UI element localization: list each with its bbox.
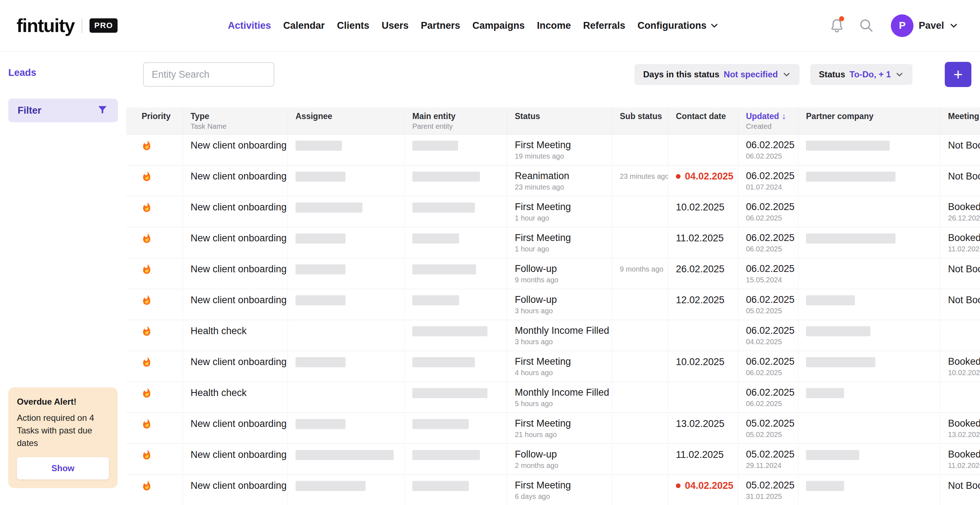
- cell-type: New client onboarding: [183, 134, 288, 165]
- cell-priority: [126, 289, 183, 320]
- nav-item-campaigns[interactable]: Campaigns: [473, 20, 525, 31]
- priority-high-icon: [141, 202, 183, 213]
- cell-updated: 06.02.2025 15.05.2024: [738, 258, 799, 289]
- updated-date: 06.02.2025: [746, 201, 798, 213]
- cell-partner-company: [799, 166, 940, 196]
- column-header[interactable]: Sub status: [612, 108, 668, 134]
- meeting-status-text: Not Booked: [948, 171, 980, 182]
- table-row[interactable]: Health check Monthly Income Filled 5 hou…: [126, 382, 980, 413]
- assignee-redacted: [296, 172, 345, 182]
- column-header[interactable]: Contact date: [668, 108, 738, 134]
- table-row[interactable]: New client onboarding First Meeting 4 ho…: [126, 351, 980, 382]
- table-row[interactable]: New client onboarding First Meeting 19 m…: [126, 134, 980, 166]
- nav-item-label: Referrals: [583, 20, 625, 31]
- table-row[interactable]: New client onboarding Reanimation 23 min…: [126, 166, 980, 196]
- nav-item-configurations[interactable]: Configurations: [637, 20, 719, 31]
- cell-updated: 06.02.2025 04.02.2025: [738, 320, 799, 351]
- cell-type: Health check: [183, 320, 288, 351]
- cell-main-entity: [405, 382, 507, 413]
- search-button[interactable]: [859, 18, 874, 33]
- contact-date-text: 12.02.2025: [676, 295, 724, 306]
- column-header[interactable]: Assignee: [288, 108, 405, 134]
- cell-type: New client onboarding: [183, 196, 288, 227]
- logo[interactable]: fintuity PRO: [16, 15, 118, 36]
- notifications-button[interactable]: [829, 18, 845, 33]
- contact-date-text: 11.02.2025: [676, 233, 724, 244]
- nav-item-label: Activities: [228, 20, 271, 31]
- table-row[interactable]: New client onboarding Follow-up 9 months…: [126, 258, 980, 289]
- status-ago: 9 months ago: [515, 276, 612, 284]
- cell-main-entity: [405, 196, 507, 227]
- add-task-button[interactable]: +: [945, 62, 971, 87]
- assignee-redacted: [296, 295, 345, 305]
- table-row[interactable]: Health check Monthly Income Filled 3 hou…: [126, 320, 980, 351]
- table-row[interactable]: New client onboarding Follow-up 2 months…: [126, 444, 980, 475]
- user-menu[interactable]: P Pavel: [891, 14, 958, 37]
- status-filter-value: To-Do, + 1: [850, 69, 891, 80]
- cell-priority: [126, 166, 183, 196]
- entity-search-input[interactable]: [143, 62, 274, 87]
- column-header[interactable]: Partner company: [799, 108, 940, 134]
- table-row[interactable]: New client onboarding Follow-up 3 hours …: [126, 289, 980, 320]
- cell-assignee: [288, 351, 405, 382]
- nav-item-referrals[interactable]: Referrals: [583, 20, 625, 31]
- entity-redacted: [412, 264, 476, 274]
- column-header[interactable]: Type Task Name: [183, 108, 288, 134]
- cell-meeting-status: Booked 13.02.2025: [940, 413, 980, 443]
- column-header[interactable]: Priority: [126, 108, 183, 134]
- nav-item-income[interactable]: Income: [537, 20, 571, 31]
- status-filter[interactable]: Status To-Do, + 1: [810, 64, 912, 85]
- cell-assignee: [288, 196, 405, 227]
- table-row[interactable]: New client onboarding First Meeting 21 h…: [126, 413, 980, 444]
- entity-redacted: [412, 233, 459, 244]
- table-row[interactable]: New client onboarding First Meeting 1 ho…: [126, 227, 980, 258]
- meeting-date: 11.02.2025: [948, 462, 980, 470]
- status-text: Monthly Income Filled: [515, 325, 612, 336]
- cell-main-entity: [405, 134, 507, 165]
- updated-date: 06.02.2025: [746, 325, 798, 336]
- partner-redacted: [806, 141, 890, 151]
- cell-type-text: New client onboarding: [191, 418, 288, 430]
- logo-text: fintuity: [16, 15, 75, 36]
- partner-redacted: [806, 326, 870, 336]
- filter-button[interactable]: Filter: [8, 99, 118, 122]
- status-text: Follow-up: [515, 263, 612, 274]
- status-ago: 3 hours ago: [515, 338, 612, 346]
- created-date: 06.02.2025: [746, 245, 798, 253]
- cell-meeting-status: Booked 10.02.2025: [940, 351, 980, 382]
- partner-redacted: [806, 233, 896, 244]
- show-overdue-button[interactable]: Show: [17, 457, 109, 480]
- created-date: 06.02.2025: [746, 400, 798, 408]
- cell-sub-status: [612, 134, 668, 165]
- column-sublabel: [806, 122, 940, 130]
- assignee-redacted: [296, 357, 345, 367]
- nav-item-users[interactable]: Users: [382, 20, 408, 31]
- nav-item-partners[interactable]: Partners: [421, 20, 460, 31]
- column-header[interactable]: Main entity Parent entity: [405, 108, 507, 134]
- column-header[interactable]: Updated ↓ Created: [738, 108, 799, 134]
- meeting-status-text: Not Booked: [948, 295, 980, 306]
- cell-status: First Meeting 4 hours ago: [507, 351, 612, 382]
- cell-assignee: [288, 444, 405, 475]
- status-ago: 6 days ago: [515, 492, 612, 501]
- entity-redacted: [412, 326, 487, 336]
- status-text: Follow-up: [515, 294, 612, 305]
- avatar: P: [891, 14, 913, 37]
- main-content: Days in this status Not specified Status…: [126, 51, 980, 505]
- nav-item-calendar[interactable]: Calendar: [283, 20, 325, 31]
- column-header[interactable]: Status: [507, 108, 612, 134]
- column-label: Main entity: [412, 112, 455, 121]
- nav-item-activities[interactable]: Activities: [228, 20, 271, 31]
- cell-type: New client onboarding: [183, 413, 288, 443]
- table-row[interactable]: New client onboarding First Meeting 6 da…: [126, 475, 980, 505]
- table-row[interactable]: New client onboarding First Meeting 1 ho…: [126, 196, 980, 227]
- sidebar-item-leads[interactable]: Leads: [8, 67, 36, 78]
- meeting-status-text: Booked: [948, 201, 980, 213]
- status-ago: 2 months ago: [515, 462, 612, 470]
- days-in-status-filter[interactable]: Days in this status Not specified: [635, 64, 800, 85]
- column-header[interactable]: Meeting Status: [940, 108, 980, 134]
- created-date: 04.02.2025: [746, 338, 798, 346]
- priority-high-icon: [141, 295, 183, 306]
- nav-item-clients[interactable]: Clients: [337, 20, 369, 31]
- partner-redacted: [806, 357, 875, 367]
